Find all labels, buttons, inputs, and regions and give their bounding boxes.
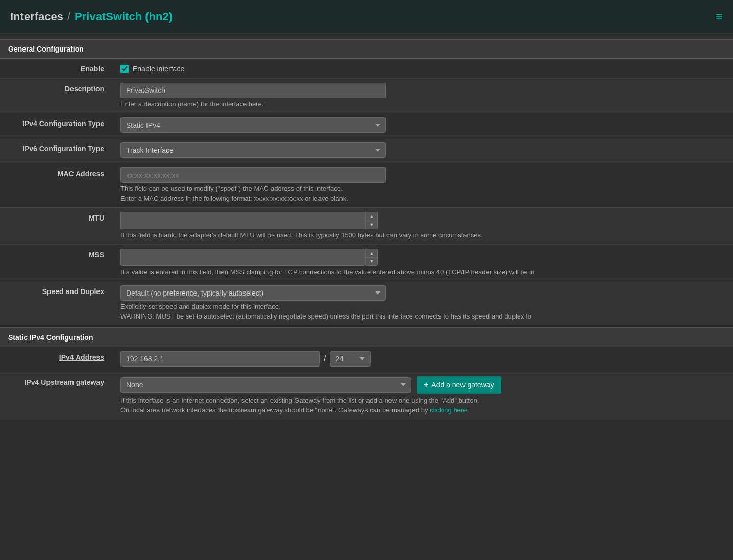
ipv6-config-type-label: IPv6 Configuration Type (0, 138, 112, 163)
page-header: Interfaces / PrivatSwitch (hn2) ≡ (0, 0, 733, 34)
mtu-row: MTU ▲ ▼ If this field is blank, the adap… (0, 208, 733, 245)
add-gateway-label: Add a new gateway (431, 381, 494, 389)
general-config-table: Enable Enable interface Description Ente… (0, 59, 733, 325)
ipv4-gateway-control: None + Add a new gateway If this interfa… (112, 372, 733, 420)
general-config-section-header: General Configuration (0, 39, 733, 59)
mtu-label: MTU (0, 208, 112, 245)
breadcrumb-separator: / (67, 10, 70, 23)
ipv4-config-type-control: None Static IPv4 DHCP PPPoE PPTP L2TP (112, 113, 733, 138)
static-ipv4-table: IPv4 Address / 32313029 28272625 2423222… (0, 347, 733, 419)
mss-spinner: ▲ ▼ (120, 249, 725, 266)
gateway-help2: On local area network interfaces the ups… (120, 406, 725, 414)
description-input[interactable] (120, 83, 386, 98)
mac-address-label: MAC Address (0, 163, 112, 208)
ipv6-config-type-control: None Static IPv6 DHCPv6 SLAAC Track Inte… (112, 138, 733, 163)
mss-spinner-buttons: ▲ ▼ (365, 249, 378, 266)
add-gateway-button[interactable]: + Add a new gateway (417, 376, 501, 394)
ipv4-address-link[interactable]: IPv4 Address (59, 353, 104, 361)
enable-control: Enable interface (112, 59, 733, 79)
ipv4-config-type-label: IPv4 Configuration Type (0, 113, 112, 138)
speed-duplex-help2: WARNING: MUST be set to autoselect (auto… (120, 312, 725, 320)
enable-checkbox[interactable] (120, 65, 129, 73)
clicking-here-link[interactable]: clicking here (430, 406, 467, 414)
mss-row: MSS ▲ ▼ If a value is entered in this fi… (0, 245, 733, 281)
mtu-control: ▲ ▼ If this field is blank, the adapter'… (112, 208, 733, 245)
ipv6-config-type-row: IPv6 Configuration Type None Static IPv6… (0, 138, 733, 163)
static-ipv4-section-header: Static IPv4 Configuration (0, 327, 733, 347)
mtu-increment-button[interactable]: ▲ (366, 212, 377, 221)
subnet-mask-select[interactable]: 32313029 28272625 24232221 20168 (330, 351, 371, 367)
breadcrumb: Interfaces / PrivatSwitch (hn2) (10, 10, 173, 23)
ipv4-address-control: / 32313029 28272625 24232221 20168 (112, 347, 733, 372)
enable-label: Enable (0, 59, 112, 79)
ipv6-config-type-select[interactable]: None Static IPv6 DHCPv6 SLAAC Track Inte… (120, 142, 386, 158)
enable-checkbox-label: Enable interface (133, 65, 184, 73)
speed-duplex-control: Default (no preference, typically autose… (112, 281, 733, 326)
speed-duplex-select[interactable]: Default (no preference, typically autose… (120, 285, 386, 301)
ipv4-address-row: IPv4 Address / 32313029 28272625 2423222… (0, 347, 733, 372)
menu-icon[interactable]: ≡ (716, 10, 723, 24)
gateway-help1: If this interface is an Internet connect… (120, 397, 725, 404)
ipv4-address-label: IPv4 Address (0, 347, 112, 372)
mtu-help: If this field is blank, the adapter's de… (120, 231, 725, 239)
speed-duplex-row: Speed and Duplex Default (no preference,… (0, 281, 733, 326)
description-help: Enter a description (name) for the inter… (120, 100, 725, 108)
gateway-row: None + Add a new gateway (120, 376, 725, 394)
ipv4-config-type-row: IPv4 Configuration Type None Static IPv4… (0, 113, 733, 138)
interfaces-breadcrumb-link[interactable]: Interfaces (10, 10, 63, 23)
mtu-input[interactable] (120, 212, 365, 229)
gateway-select[interactable]: None (120, 377, 411, 393)
mac-address-row: MAC Address This field can be used to mo… (0, 163, 733, 208)
description-control: Enter a description (name) for the inter… (112, 79, 733, 113)
mss-control: ▲ ▼ If a value is entered in this field,… (112, 245, 733, 281)
description-link[interactable]: Description (65, 85, 104, 93)
mss-label: MSS (0, 245, 112, 281)
slash-separator: / (324, 354, 326, 363)
speed-duplex-label: Speed and Duplex (0, 281, 112, 326)
ipv4-config-type-select[interactable]: None Static IPv4 DHCP PPPoE PPTP L2TP (120, 117, 386, 133)
add-gateway-icon: + (424, 380, 428, 389)
ipv4-addr-row: / 32313029 28272625 24232221 20168 (120, 351, 725, 367)
mac-address-help1: This field can be used to modify ("spoof… (120, 185, 725, 192)
description-row: Description Enter a description (name) f… (0, 79, 733, 113)
enable-row: Enable Enable interface (0, 59, 733, 79)
mss-input[interactable] (120, 249, 365, 266)
ipv4-gateway-label: IPv4 Upstream gateway (0, 372, 112, 420)
mtu-decrement-button[interactable]: ▼ (366, 221, 377, 229)
mtu-spinner: ▲ ▼ (120, 212, 725, 229)
mac-address-control: This field can be used to modify ("spoof… (112, 163, 733, 208)
mss-increment-button[interactable]: ▲ (366, 249, 377, 257)
mss-decrement-button[interactable]: ▼ (366, 257, 377, 265)
mac-address-help2: Enter a MAC address in the following for… (120, 194, 725, 202)
speed-duplex-help1: Explicitly set speed and duplex mode for… (120, 303, 725, 310)
ipv4-gateway-row: IPv4 Upstream gateway None + Add a new g… (0, 372, 733, 420)
description-label: Description (0, 79, 112, 113)
mss-help: If a value is entered in this field, the… (120, 268, 725, 276)
current-page-title: PrivatSwitch (hn2) (75, 10, 173, 23)
mtu-spinner-buttons: ▲ ▼ (365, 212, 378, 229)
ipv4-address-input[interactable] (120, 351, 320, 367)
main-content: General Configuration Enable Enable inte… (0, 34, 733, 424)
mac-address-input[interactable] (120, 167, 386, 183)
